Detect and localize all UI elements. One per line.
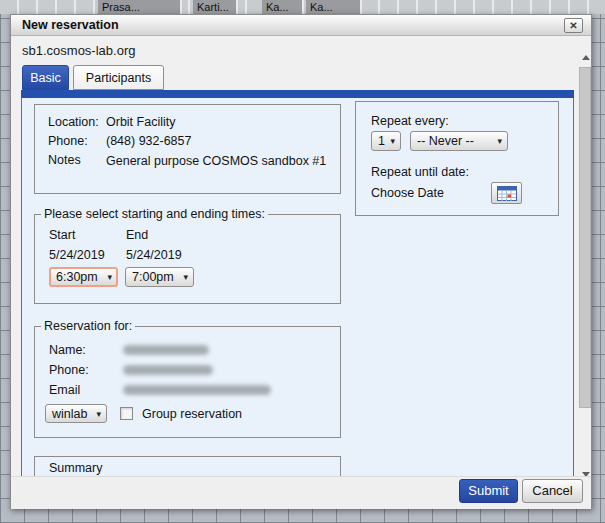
reservation-for-legend: Reservation for: (41, 319, 135, 333)
end-time-value: 7:00pm (132, 270, 174, 284)
scroll-up-icon[interactable] (582, 55, 590, 60)
repeat-frequency-value: -- Never -- (417, 134, 474, 148)
submit-button[interactable]: Submit (459, 479, 518, 503)
facility-phone-value: (848) 932-6857 (106, 132, 330, 151)
repeat-until-label: Repeat until date: (371, 165, 558, 179)
tab-accent-bar (21, 90, 574, 98)
user-phone-label: Phone: (49, 363, 123, 377)
start-time-select[interactable]: 6:30pm ▾ (49, 267, 118, 287)
chevron-down-icon: ▾ (183, 272, 188, 282)
calendar-event-cell[interactable]: Prasa... (98, 0, 182, 14)
close-icon[interactable]: ✕ (564, 18, 583, 33)
repeat-frequency-select[interactable]: -- Never -- ▾ (410, 131, 508, 151)
location-value: Orbit Facility (106, 113, 330, 132)
calendar-icon (497, 186, 517, 201)
group-select[interactable]: winlab ▾ (45, 404, 107, 423)
times-fieldset: Please select starting and ending times:… (34, 207, 341, 304)
name-value-redacted (123, 345, 209, 355)
email-value-redacted (123, 385, 271, 395)
calendar-event-cell[interactable]: Karti... (193, 0, 238, 14)
start-date: 5/24/2019 (49, 245, 126, 265)
calendar-event-cell[interactable]: Ka... (262, 0, 304, 14)
group-reservation-label: Group reservation (142, 407, 242, 421)
start-time-value: 6:30pm (56, 270, 98, 284)
basic-tab-panel: Location: Orbit Facility Phone: (848) 93… (21, 98, 574, 476)
reservation-for-fieldset: Reservation for: Name: Phone: Email (34, 319, 341, 438)
facility-info-box: Location: Orbit Facility Phone: (848) 93… (34, 104, 341, 194)
choose-date-label: Choose Date (371, 186, 476, 200)
chevron-down-icon: ▾ (96, 409, 101, 419)
repeat-box: Repeat every: 1 ▾ -- Never -- ▾ Repeat u… (355, 101, 559, 216)
name-label: Name: (49, 343, 123, 357)
summary-box: Summary (34, 456, 341, 476)
notes-label: Notes (48, 151, 106, 170)
chevron-down-icon: ▾ (497, 136, 502, 146)
cancel-button[interactable]: Cancel (522, 479, 583, 503)
location-label: Location: (48, 113, 106, 132)
group-reservation-checkbox[interactable] (120, 407, 133, 420)
end-time-select[interactable]: 7:00pm ▾ (125, 267, 194, 287)
tab-basic[interactable]: Basic (22, 65, 69, 90)
repeat-interval-select[interactable]: 1 ▾ (371, 131, 401, 151)
calendar-event-cell[interactable]: Ka... (306, 0, 362, 14)
tab-participants[interactable]: Participants (73, 65, 164, 90)
facility-phone-label: Phone: (48, 132, 106, 151)
host-name: sb1.cosmos-lab.org (22, 43, 135, 58)
group-select-value: winlab (52, 407, 87, 421)
end-label: End (126, 225, 203, 245)
date-picker-button[interactable] (491, 182, 522, 204)
scrollbar-thumb[interactable] (579, 67, 591, 408)
repeat-interval-value: 1 (378, 134, 385, 148)
calendar-background: Prasa... Karti... Ka... Ka... New reserv… (0, 0, 605, 523)
dialog-titlebar[interactable]: New reservation ✕ (11, 15, 591, 36)
chevron-down-icon: ▾ (390, 136, 395, 146)
summary-heading: Summary (35, 457, 340, 475)
dialog-title: New reservation (22, 18, 119, 32)
dialog-footer: Submit Cancel (11, 476, 591, 509)
email-label: Email (49, 383, 123, 397)
end-date: 5/24/2019 (126, 245, 203, 265)
chevron-down-icon: ▾ (107, 272, 112, 282)
dialog-scrollbar[interactable] (579, 39, 592, 476)
phone-value-redacted (123, 365, 213, 375)
repeat-every-label: Repeat every: (371, 114, 558, 128)
calendar-header-row: Prasa... Karti... Ka... Ka... (0, 0, 605, 14)
notes-value: General purpose COSMOS sandbox #1 (106, 151, 330, 170)
times-legend: Please select starting and ending times: (41, 207, 268, 221)
start-label: Start (49, 225, 126, 245)
new-reservation-dialog: New reservation ✕ sb1.cosmos-lab.org Bas… (10, 14, 592, 509)
